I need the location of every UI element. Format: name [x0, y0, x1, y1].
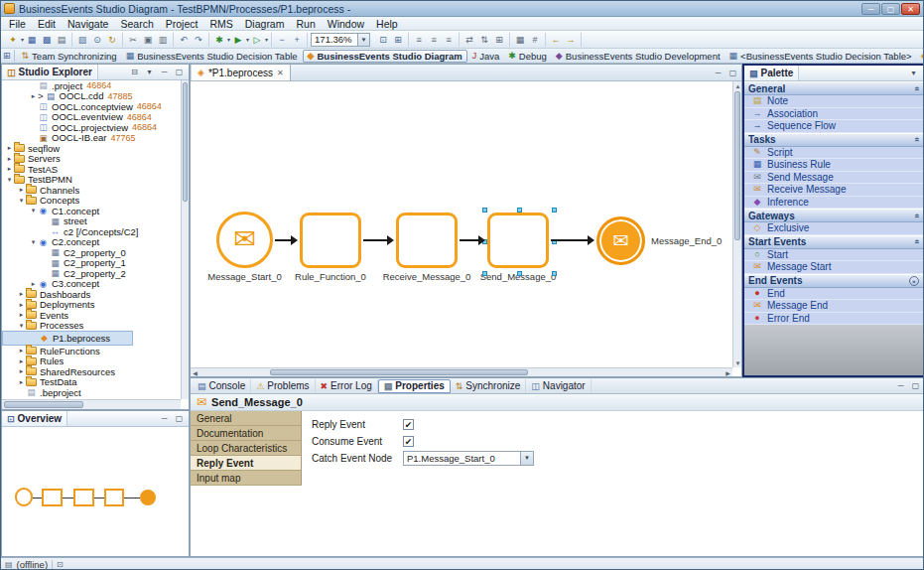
diagram-canvas[interactable]: ✉Message_Start_0Rule_Function_0Receive_M… — [191, 81, 732, 367]
perspective-5-businessevents-studio-development[interactable]: ◆BusinessEvents Studio Development — [552, 50, 725, 63]
search-icon[interactable]: ⊙ — [90, 33, 104, 47]
tree-item-seqflow[interactable]: ▸seqflow — [2, 143, 181, 154]
chevron-down-icon[interactable]: ▼ — [520, 452, 533, 465]
external-tools-icon[interactable]: ▷ — [250, 33, 264, 47]
distribute-vertical-icon[interactable]: ⇅ — [477, 33, 491, 47]
minimize-view-icon[interactable]: ─ — [712, 67, 725, 78]
collapse-all-icon[interactable]: ⊟ — [128, 67, 141, 78]
menu-diagram[interactable]: Diagram — [239, 18, 291, 30]
minimize-button[interactable]: ─ — [861, 3, 880, 15]
palette-item-exclusive[interactable]: ◇Exclusive — [744, 222, 923, 235]
palette-tab[interactable]: ▤ Palette — [744, 66, 799, 80]
sequence-flow-line[interactable] — [460, 239, 480, 241]
tree-expander-icon[interactable]: ▸ — [29, 92, 38, 100]
status-toggle-icon[interactable]: ⊡ — [57, 560, 64, 569]
diagram-node-receive-message-0[interactable] — [396, 213, 458, 268]
back-icon[interactable]: ← — [549, 33, 563, 47]
tree-item-p1-beprocess[interactable]: ◆P1.beprocess — [2, 331, 133, 346]
maximize-view-icon[interactable]: ▢ — [173, 413, 186, 425]
menu-file[interactable]: File — [3, 18, 32, 30]
scroll-left-icon[interactable]: ◀ — [191, 368, 199, 377]
tree-item-c1-concept[interactable]: ▾◉C1.concept — [2, 206, 181, 216]
save-all-icon[interactable]: ▩ — [40, 33, 54, 47]
tree-expander-icon[interactable]: ▸ — [5, 165, 14, 173]
pin-icon[interactable]: « — [909, 276, 919, 286]
sequence-flow-line[interactable] — [363, 239, 389, 241]
tree-expander-icon[interactable]: ▸ — [29, 280, 38, 288]
diagram-node-rule-function-0[interactable] — [300, 213, 361, 268]
palette-item-error-end[interactable]: ●Error End — [744, 313, 923, 326]
pin-icon[interactable]: « — [912, 137, 921, 142]
redo-icon[interactable]: ↷ — [192, 33, 205, 47]
pin-icon[interactable]: « — [912, 239, 921, 244]
tree-item-project[interactable]: ▤.project46864 — [2, 80, 181, 91]
reply-event-checkbox[interactable]: ✔ — [403, 419, 414, 430]
pin-icon[interactable]: « — [912, 85, 921, 90]
tree-expander-icon[interactable]: ▸ — [17, 357, 26, 365]
align-left-icon[interactable]: ≡ — [412, 33, 426, 47]
tree-expander-icon[interactable]: ▸ — [5, 144, 14, 152]
palette-item-receive-message[interactable]: ✉Receive Message — [744, 184, 923, 197]
diagram-node-message-end-0[interactable]: ✉ — [596, 216, 645, 265]
palette-item-end[interactable]: ●End — [744, 288, 923, 301]
palette-section-end-events[interactable]: End Events« — [744, 274, 923, 288]
scroll-down-icon[interactable]: ▼ — [733, 358, 742, 367]
menu-navigate[interactable]: Navigate — [62, 18, 114, 30]
canvas-vertical-scrollbar[interactable]: ▲ ▼ — [732, 81, 741, 367]
tree-expander-icon[interactable]: ▾ — [5, 176, 14, 184]
overview-minimap[interactable] — [2, 427, 189, 556]
run-icon[interactable]: ▶ — [231, 33, 245, 47]
palette-item-business-rule[interactable]: ▦Business Rule — [744, 159, 923, 172]
tree-expander-icon[interactable]: ▸ — [17, 311, 26, 319]
dropdown-arrow-icon[interactable]: ▾ — [246, 36, 249, 43]
dropdown-arrow-icon[interactable]: ▾ — [227, 36, 230, 43]
perspective-6-businessevents-studio-decision-table[interactable]: ▦<BusinessEvents Studio Decision Table> — [726, 50, 916, 63]
tree-item-oocl-cdd[interactable]: ▸>▤OOCL.cdd47885 — [2, 91, 181, 102]
tree-expander-icon[interactable]: ▸ — [17, 301, 26, 309]
perspective-1-businessevents-studio-decision-table[interactable]: ▦BusinessEvents Studio Decision Table — [122, 50, 302, 63]
tree-item-oocl-conceptview[interactable]: ◫OOCL.conceptview46864 — [2, 101, 181, 112]
perspective-3-java[interactable]: JJava — [468, 50, 504, 63]
tree-item-c2-property-1[interactable]: ▦C2_property_1 — [2, 258, 181, 269]
tree-item-testas[interactable]: ▸TestAS — [2, 164, 181, 175]
catch-event-node-select[interactable]: P1.Message_Start_0▼ — [403, 451, 534, 466]
scroll-up-icon[interactable]: ▲ — [733, 81, 742, 90]
tree-item-beproject[interactable]: ▤.beproject — [2, 387, 181, 398]
palette-section-tasks[interactable]: Tasks« — [744, 133, 923, 147]
palette-item-association[interactable]: →Association — [744, 108, 923, 121]
explorer-horizontal-scrollbar[interactable] — [2, 399, 181, 409]
menu-window[interactable]: Window — [322, 18, 370, 30]
selection-handle[interactable] — [517, 271, 522, 276]
tree-item-c2-property-2[interactable]: ▦C2_property_2 — [2, 268, 181, 279]
palette-item-note[interactable]: ▤Note — [744, 95, 923, 108]
palette-item-sequence-flow[interactable]: →Sequence Flow — [744, 120, 923, 133]
close-tab-icon[interactable]: ✕ — [277, 69, 284, 77]
copy-icon[interactable]: ▣ — [141, 33, 155, 47]
minimize-view-icon[interactable]: ─ — [158, 413, 171, 425]
view-menu-icon[interactable]: ▾ — [143, 67, 156, 78]
perspective-0-team-synchronizing[interactable]: ⇅Team Synchronizing — [18, 50, 121, 63]
menu-rms[interactable]: RMS — [203, 18, 238, 30]
open-resource-icon[interactable]: ▧ — [75, 33, 89, 47]
tree-expander-icon[interactable]: ▸ — [5, 155, 14, 163]
zoom-level-input[interactable]: 171.36% — [311, 33, 358, 47]
tab-navigator[interactable]: ◫Navigator — [526, 379, 591, 393]
tree-item-oocl-eventview[interactable]: ◫OOCL.eventview46864 — [2, 112, 181, 123]
open-perspective-icon[interactable]: ⊞ — [3, 49, 11, 63]
tree-item-oocl-ib-ear[interactable]: ▣OOCL-IB.ear47765 — [2, 133, 181, 144]
minimize-view-icon[interactable]: ─ — [158, 67, 171, 78]
studio-explorer-tab[interactable]: ◫ Studio Explorer — [2, 65, 98, 79]
dropdown-arrow-icon[interactable]: ▾ — [265, 36, 268, 43]
align-right-icon[interactable]: ≡ — [442, 33, 456, 47]
cut-icon[interactable]: ✂ — [126, 33, 140, 47]
properties-tab-input-map[interactable]: Input map — [191, 471, 302, 486]
zoom-in-icon[interactable]: + — [290, 33, 304, 47]
tab-problems[interactable]: ⚠Problems — [251, 379, 315, 393]
tree-item-testdata[interactable]: ▸TestData — [2, 377, 181, 388]
properties-tab-reply-event[interactable]: Reply Event — [191, 456, 302, 471]
palette-section-general[interactable]: General« — [744, 81, 923, 95]
tab-properties[interactable]: ▤Properties — [378, 379, 451, 393]
selection-handle[interactable] — [517, 208, 522, 213]
zoom-fit-icon[interactable]: ⊡ — [376, 33, 390, 47]
properties-tab-general[interactable]: General — [191, 411, 302, 426]
